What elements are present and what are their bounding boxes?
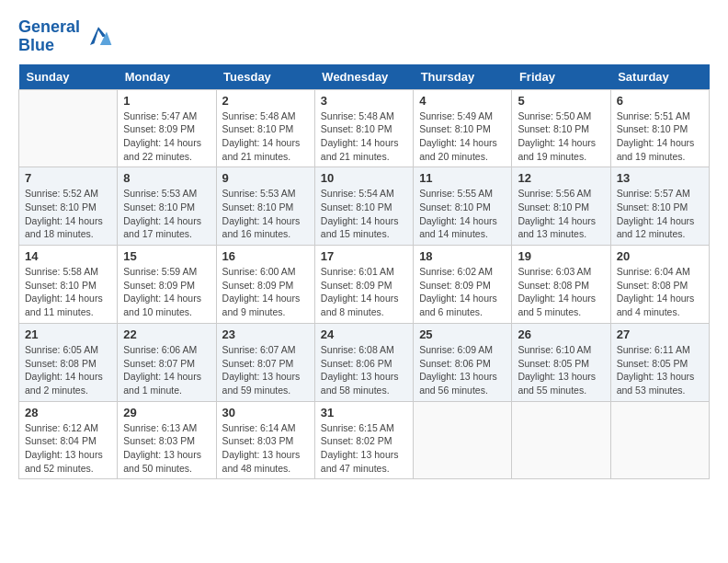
calendar-day-cell: 13Sunrise: 5:57 AM Sunset: 8:10 PM Dayli… (610, 167, 709, 246)
day-number: 24 (321, 327, 407, 341)
calendar-day-cell: 19Sunrise: 6:03 AM Sunset: 8:08 PM Dayli… (512, 246, 610, 324)
logo-icon (82, 20, 115, 53)
day-number: 27 (617, 327, 703, 341)
calendar-week-row: 21Sunrise: 6:05 AM Sunset: 8:08 PM Dayli… (19, 323, 710, 401)
calendar-day-cell (19, 89, 118, 167)
calendar-day-cell: 10Sunrise: 5:54 AM Sunset: 8:10 PM Dayli… (314, 167, 413, 246)
calendar-day-cell: 8Sunrise: 5:53 AM Sunset: 8:10 PM Daylig… (118, 167, 216, 246)
day-number: 5 (518, 94, 604, 108)
day-number: 8 (123, 171, 210, 185)
calendar-day-cell (610, 401, 709, 479)
logo-general: General (18, 17, 80, 36)
day-info: Sunrise: 6:12 AM Sunset: 8:04 PM Dayligh… (25, 421, 111, 476)
day-number: 23 (222, 327, 309, 341)
day-info: Sunrise: 6:08 AM Sunset: 8:06 PM Dayligh… (321, 343, 407, 397)
calendar-day-cell: 31Sunrise: 6:15 AM Sunset: 8:02 PM Dayli… (314, 401, 413, 479)
day-number: 13 (617, 171, 703, 185)
day-of-week-header: Monday (118, 64, 216, 90)
day-info: Sunrise: 5:48 AM Sunset: 8:10 PM Dayligh… (222, 109, 309, 164)
day-number: 9 (222, 171, 309, 185)
day-info: Sunrise: 6:05 AM Sunset: 8:08 PM Dayligh… (25, 343, 111, 397)
day-number: 14 (25, 249, 111, 263)
day-number: 11 (419, 171, 506, 185)
calendar-day-cell (414, 401, 512, 479)
calendar-day-cell: 1Sunrise: 5:47 AM Sunset: 8:09 PM Daylig… (118, 89, 216, 167)
calendar-day-cell: 20Sunrise: 6:04 AM Sunset: 8:08 PM Dayli… (610, 246, 709, 324)
calendar-week-row: 7Sunrise: 5:52 AM Sunset: 8:10 PM Daylig… (19, 167, 710, 246)
day-number: 26 (518, 327, 604, 341)
day-info: Sunrise: 6:09 AM Sunset: 8:06 PM Dayligh… (419, 343, 506, 397)
calendar-table: SundayMondayTuesdayWednesdayThursdayFrid… (18, 64, 710, 480)
calendar-day-cell: 26Sunrise: 6:10 AM Sunset: 8:05 PM Dayli… (512, 323, 610, 401)
day-info: Sunrise: 5:59 AM Sunset: 8:09 PM Dayligh… (123, 265, 210, 319)
day-number: 4 (419, 94, 506, 108)
day-number: 1 (123, 94, 210, 108)
calendar-day-cell: 9Sunrise: 5:53 AM Sunset: 8:10 PM Daylig… (216, 167, 314, 246)
calendar-day-cell: 24Sunrise: 6:08 AM Sunset: 8:06 PM Dayli… (314, 323, 413, 401)
day-number: 10 (321, 171, 407, 185)
day-of-week-header: Thursday (414, 64, 512, 90)
calendar-day-cell: 21Sunrise: 6:05 AM Sunset: 8:08 PM Dayli… (19, 323, 118, 401)
calendar-day-cell: 17Sunrise: 6:01 AM Sunset: 8:09 PM Dayli… (314, 246, 413, 324)
day-info: Sunrise: 5:58 AM Sunset: 8:10 PM Dayligh… (25, 265, 111, 319)
day-info: Sunrise: 6:04 AM Sunset: 8:08 PM Dayligh… (617, 265, 703, 319)
calendar-week-row: 1Sunrise: 5:47 AM Sunset: 8:09 PM Daylig… (19, 89, 710, 167)
day-info: Sunrise: 5:57 AM Sunset: 8:10 PM Dayligh… (617, 187, 703, 241)
day-info: Sunrise: 5:48 AM Sunset: 8:10 PM Dayligh… (321, 109, 407, 164)
day-info: Sunrise: 5:49 AM Sunset: 8:10 PM Dayligh… (419, 109, 506, 164)
day-info: Sunrise: 6:13 AM Sunset: 8:03 PM Dayligh… (123, 421, 210, 476)
calendar-day-cell: 29Sunrise: 6:13 AM Sunset: 8:03 PM Dayli… (118, 401, 216, 479)
day-info: Sunrise: 6:15 AM Sunset: 8:02 PM Dayligh… (321, 421, 407, 476)
day-header-row: SundayMondayTuesdayWednesdayThursdayFrid… (19, 64, 710, 90)
day-info: Sunrise: 5:53 AM Sunset: 8:10 PM Dayligh… (123, 187, 210, 241)
day-info: Sunrise: 5:50 AM Sunset: 8:10 PM Dayligh… (518, 109, 604, 164)
calendar-day-cell (512, 401, 610, 479)
calendar-day-cell: 3Sunrise: 5:48 AM Sunset: 8:10 PM Daylig… (314, 89, 413, 167)
calendar-day-cell: 7Sunrise: 5:52 AM Sunset: 8:10 PM Daylig… (19, 167, 118, 246)
calendar-day-cell: 28Sunrise: 6:12 AM Sunset: 8:04 PM Dayli… (19, 401, 118, 479)
calendar-week-row: 28Sunrise: 6:12 AM Sunset: 8:04 PM Dayli… (19, 401, 710, 479)
day-number: 20 (617, 249, 703, 263)
day-number: 15 (123, 249, 210, 263)
day-of-week-header: Tuesday (216, 64, 314, 90)
day-info: Sunrise: 6:03 AM Sunset: 8:08 PM Dayligh… (518, 265, 604, 319)
day-number: 7 (25, 171, 111, 185)
day-info: Sunrise: 5:55 AM Sunset: 8:10 PM Dayligh… (419, 187, 506, 241)
day-number: 28 (25, 406, 111, 419)
day-number: 18 (419, 249, 506, 263)
day-info: Sunrise: 5:51 AM Sunset: 8:10 PM Dayligh… (617, 109, 703, 164)
day-of-week-header: Wednesday (314, 64, 413, 90)
calendar-day-cell: 2Sunrise: 5:48 AM Sunset: 8:10 PM Daylig… (216, 89, 314, 167)
calendar-day-cell: 23Sunrise: 6:07 AM Sunset: 8:07 PM Dayli… (216, 323, 314, 401)
calendar-day-cell: 27Sunrise: 6:11 AM Sunset: 8:05 PM Dayli… (610, 323, 709, 401)
calendar-day-cell: 12Sunrise: 5:56 AM Sunset: 8:10 PM Dayli… (512, 167, 610, 246)
calendar-day-cell: 4Sunrise: 5:49 AM Sunset: 8:10 PM Daylig… (414, 89, 512, 167)
calendar-day-cell: 30Sunrise: 6:14 AM Sunset: 8:03 PM Dayli… (216, 401, 314, 479)
day-info: Sunrise: 6:14 AM Sunset: 8:03 PM Dayligh… (222, 421, 309, 476)
day-number: 30 (222, 406, 309, 419)
day-info: Sunrise: 6:01 AM Sunset: 8:09 PM Dayligh… (321, 265, 407, 319)
day-number: 16 (222, 249, 309, 263)
day-number: 6 (617, 94, 703, 108)
day-number: 21 (25, 327, 111, 341)
day-number: 17 (321, 249, 407, 263)
day-info: Sunrise: 5:54 AM Sunset: 8:10 PM Dayligh… (321, 187, 407, 241)
day-number: 22 (123, 327, 210, 341)
day-info: Sunrise: 6:11 AM Sunset: 8:05 PM Dayligh… (617, 343, 703, 397)
calendar-day-cell: 18Sunrise: 6:02 AM Sunset: 8:09 PM Dayli… (414, 246, 512, 324)
day-info: Sunrise: 5:53 AM Sunset: 8:10 PM Dayligh… (222, 187, 309, 241)
day-of-week-header: Saturday (610, 64, 709, 90)
day-number: 12 (518, 171, 604, 185)
day-of-week-header: Friday (512, 64, 610, 90)
calendar-day-cell: 16Sunrise: 6:00 AM Sunset: 8:09 PM Dayli… (216, 246, 314, 324)
day-number: 31 (321, 406, 407, 419)
day-info: Sunrise: 6:00 AM Sunset: 8:09 PM Dayligh… (222, 265, 309, 319)
calendar-day-cell: 25Sunrise: 6:09 AM Sunset: 8:06 PM Dayli… (414, 323, 512, 401)
calendar-week-row: 14Sunrise: 5:58 AM Sunset: 8:10 PM Dayli… (19, 246, 710, 324)
day-of-week-header: Sunday (19, 64, 118, 90)
calendar-day-cell: 5Sunrise: 5:50 AM Sunset: 8:10 PM Daylig… (512, 89, 610, 167)
day-info: Sunrise: 5:52 AM Sunset: 8:10 PM Dayligh… (25, 187, 111, 241)
day-info: Sunrise: 5:47 AM Sunset: 8:09 PM Dayligh… (123, 109, 210, 164)
calendar-day-cell: 6Sunrise: 5:51 AM Sunset: 8:10 PM Daylig… (610, 89, 709, 167)
day-number: 2 (222, 94, 309, 108)
